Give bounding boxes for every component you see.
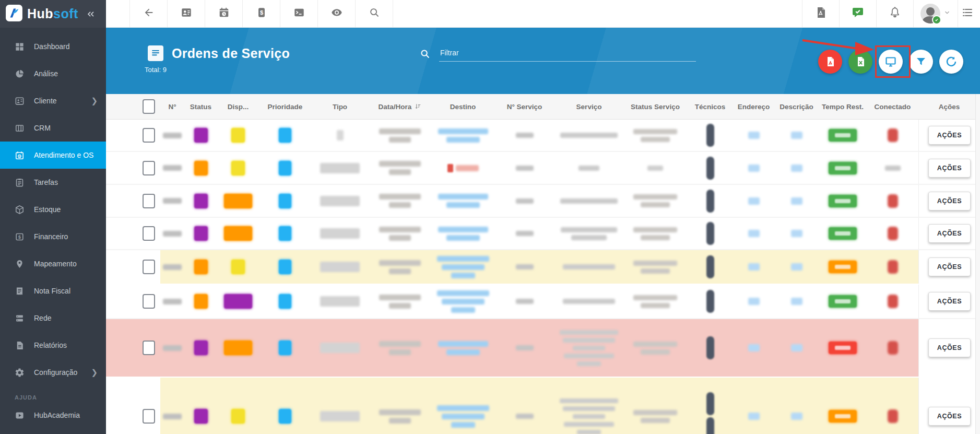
acoes-button[interactable]: AÇÕES [928,159,971,178]
filter-button[interactable] [909,50,933,74]
menu-button[interactable] [958,0,980,27]
sidebar-item-configuracao[interactable]: Configuração❯ [0,359,106,386]
row-checkbox[interactable] [143,226,155,241]
blurred-text [442,264,485,270]
blurred-text [389,303,411,309]
column-header-desc: Descrição [774,94,819,119]
data-hora-text [379,128,421,143]
sidebar-item-atendimento[interactable]: Atendimento e OS [0,142,106,169]
cell-conect [867,218,918,249]
sidebar-item-crm[interactable]: CRM [0,114,106,142]
row-checkbox[interactable] [143,161,155,175]
cell-desc [774,185,819,217]
cell-desc [774,378,819,434]
blurred-text [437,256,489,262]
avatar-button[interactable] [913,0,958,27]
vertical-scrollbar[interactable] [975,94,980,434]
eye-button[interactable] [317,0,355,27]
sidebar-item-analise[interactable]: Análise [0,60,106,87]
topbar-left-icons: $ [129,0,393,27]
blurred-text [560,330,618,335]
cell-serv [554,218,623,249]
bell-button[interactable] [876,0,913,27]
table-header-row: N°StatusDisp...PrioridadeTipoData/HoraDe… [106,94,980,120]
sidebar-item-cliente[interactable]: Cliente❯ [0,87,106,114]
blurred-text [438,341,488,347]
chat-check-button[interactable] [839,0,876,27]
destino-link [437,256,489,278]
row-checkbox[interactable] [143,194,155,208]
row-checkbox[interactable] [143,128,155,143]
finance-button[interactable]: $ [242,0,280,27]
orders-icon [148,45,163,61]
tecnico-avatar-image [706,157,714,180]
acoes-button[interactable]: AÇÕES [928,292,971,311]
acoes-button[interactable]: AÇÕES [928,224,971,243]
column-label: Status [190,103,211,111]
tecnico-avatar-image [706,392,714,415]
refresh-button[interactable] [939,50,963,74]
table-row: AÇÕES [106,152,980,185]
pdf-icon [824,55,836,68]
row-checkbox[interactable] [143,260,155,274]
contact-button[interactable] [167,0,205,27]
cell-nserv [494,378,554,434]
export-pdf-button[interactable] [818,50,842,74]
cell-data [369,152,431,184]
cell-end [733,218,774,249]
column-header-tempo: Tempo Rest. [819,94,867,119]
export-excel-button[interactable] [848,50,872,74]
sidebar-item-notafiscal[interactable]: Nota Fiscal [0,277,106,304]
cell-prio [259,378,311,434]
cell-end [733,378,774,434]
cell-status [184,319,217,377]
disponibilidade-badge [224,226,252,241]
sidebar-item-hubacademia[interactable]: HubAcademia [0,402,106,429]
blurred-text [641,137,670,142]
sidebar-item-rede[interactable]: Rede [0,304,106,332]
sidebar-item-relatorios[interactable]: Relatórios [0,332,106,359]
prioridade-badge [279,294,291,309]
terminal-button[interactable] [280,0,317,27]
servico-text [560,198,618,204]
sidebar-item-dashboard[interactable]: Dashboard [0,33,106,60]
sidebar-item-estoque[interactable]: Estoque [0,196,106,223]
sidebar-item-tarefas[interactable]: Tarefas [0,169,106,196]
pdf-file-button[interactable] [802,0,839,27]
table-row: AÇÕES [106,285,980,319]
blurred-text [577,361,601,366]
sidebar-collapse-icon[interactable] [86,9,96,19]
cell-end [733,152,774,184]
sidebar-item-label: Financeiro [34,232,68,241]
status-badge [194,341,208,355]
search-button[interactable] [355,0,393,27]
calendar-button[interactable] [205,0,242,27]
row-checkbox[interactable] [143,341,155,355]
blurred-text [438,227,488,232]
monitor-view-button[interactable] [879,50,903,74]
filter-icon [915,55,927,68]
acoes-button[interactable]: AÇÕES [928,338,971,357]
back-button[interactable] [129,0,167,27]
column-header-data[interactable]: Data/Hora [369,94,431,119]
filter-input[interactable] [439,45,696,62]
acoes-button[interactable]: AÇÕES [928,407,971,426]
select-all-checkbox[interactable] [143,99,155,114]
column-header-end: Endereço [733,94,774,119]
row-checkbox[interactable] [143,409,155,424]
cell-end [733,250,774,284]
sidebar-item-mapeamento[interactable]: Mapeamento [0,250,106,277]
column-header-num: N° [160,94,184,119]
row-checkbox[interactable] [143,294,155,309]
cell-destino [431,120,494,151]
acoes-button[interactable]: AÇÕES [928,257,971,276]
financeiro-icon: $ [15,232,25,242]
cell-status [184,285,217,318]
sidebar-item-financeiro[interactable]: $Financeiro [0,223,106,250]
numero-servico-text [516,166,534,171]
cell-disp [217,185,259,217]
column-label: N° Serviço [507,103,542,111]
acoes-button[interactable]: AÇÕES [928,192,971,210]
status-servico-text [633,227,677,240]
acoes-button[interactable]: AÇÕES [928,126,971,145]
